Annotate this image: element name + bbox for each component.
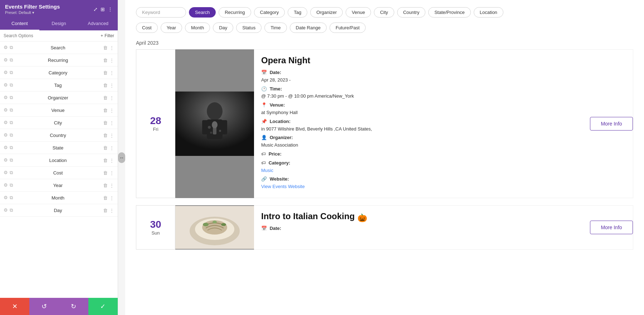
- more-info-button-2[interactable]: More Info: [590, 221, 633, 234]
- trash-icon[interactable]: 🗑: [103, 108, 108, 113]
- trash-icon[interactable]: 🗑: [103, 95, 108, 100]
- copy-icon[interactable]: ⧉: [10, 157, 13, 163]
- gear-icon[interactable]: ⚙: [4, 57, 8, 63]
- copy-icon[interactable]: ⧉: [10, 57, 13, 63]
- copy-icon[interactable]: ⧉: [10, 82, 13, 88]
- trash-icon[interactable]: 🗑: [103, 208, 108, 213]
- sidebar-item-label: Month: [15, 195, 101, 201]
- search-options-input[interactable]: [4, 33, 98, 38]
- month-pill[interactable]: Month: [185, 23, 210, 33]
- copy-icon[interactable]: ⧉: [10, 195, 13, 201]
- trash-icon[interactable]: 🗑: [103, 83, 108, 88]
- keyword-input-pill[interactable]: Keyword: [136, 7, 186, 18]
- more-info-button-1[interactable]: More Info: [590, 117, 633, 131]
- more-icon[interactable]: ⋮: [109, 183, 114, 188]
- venue-pill[interactable]: Venue: [346, 7, 371, 18]
- copy-icon[interactable]: ⧉: [10, 132, 13, 138]
- gear-icon[interactable]: ⚙: [4, 182, 8, 188]
- gear-icon[interactable]: ⚙: [4, 207, 8, 213]
- trash-icon[interactable]: 🗑: [103, 58, 108, 63]
- trash-icon[interactable]: 🗑: [103, 145, 108, 151]
- tab-content[interactable]: Content: [0, 17, 39, 30]
- category-pill[interactable]: Category: [254, 7, 285, 18]
- expand-icon[interactable]: ⤢: [93, 6, 98, 12]
- more-icon[interactable]: ⋮: [109, 108, 114, 113]
- more-icon[interactable]: ⋮: [109, 58, 114, 63]
- state-province-pill[interactable]: State/Province: [428, 7, 471, 18]
- panel-preset[interactable]: Preset: Default ▾: [5, 10, 60, 15]
- time-pill[interactable]: Time: [264, 23, 287, 33]
- more-options-icon[interactable]: ⋮: [108, 6, 113, 12]
- more-icon[interactable]: ⋮: [109, 158, 114, 163]
- cost-pill[interactable]: Cost: [136, 23, 158, 33]
- future-past-pill[interactable]: Future/Past: [330, 23, 366, 33]
- trash-icon[interactable]: 🗑: [103, 158, 108, 163]
- filter-button[interactable]: + Filter: [101, 33, 114, 38]
- layout-icon[interactable]: ⊞: [101, 6, 105, 12]
- gear-icon[interactable]: ⚙: [4, 45, 8, 50]
- gear-icon[interactable]: ⚙: [4, 70, 8, 75]
- more-icon[interactable]: ⋮: [109, 208, 114, 213]
- tag-pill[interactable]: Tag: [288, 7, 307, 18]
- sidebar-item: ⚙ ⧉ Cost 🗑 ⋮: [0, 167, 118, 179]
- more-icon[interactable]: ⋮: [109, 195, 114, 201]
- copy-icon[interactable]: ⧉: [10, 45, 13, 50]
- trash-icon[interactable]: 🗑: [103, 70, 108, 75]
- more-icon[interactable]: ⋮: [109, 145, 114, 151]
- cancel-button[interactable]: ✕: [0, 298, 29, 315]
- trash-icon[interactable]: 🗑: [103, 170, 108, 176]
- copy-icon[interactable]: ⧉: [10, 145, 13, 151]
- copy-icon[interactable]: ⧉: [10, 70, 13, 75]
- copy-icon[interactable]: ⧉: [10, 170, 13, 176]
- search-pill[interactable]: Search: [189, 7, 216, 18]
- calendar-icon-2: 📅: [261, 226, 267, 231]
- gear-icon[interactable]: ⚙: [4, 157, 8, 163]
- gear-icon[interactable]: ⚙: [4, 132, 8, 138]
- reset-right-button[interactable]: ↻: [59, 298, 88, 315]
- trash-icon[interactable]: 🗑: [103, 195, 108, 201]
- more-icon[interactable]: ⋮: [109, 133, 114, 138]
- gear-icon[interactable]: ⚙: [4, 95, 8, 100]
- year-pill[interactable]: Year: [161, 23, 182, 33]
- gear-icon[interactable]: ⚙: [4, 195, 8, 201]
- gear-icon[interactable]: ⚙: [4, 82, 8, 88]
- event-time-meta: 🕐 Time: @ 7:30 pm - @ 10:00 pm America/N…: [261, 85, 583, 100]
- copy-icon[interactable]: ⧉: [10, 95, 13, 100]
- city-pill[interactable]: City: [374, 7, 394, 18]
- gear-icon[interactable]: ⚙: [4, 145, 8, 151]
- price-icon: 🏷: [261, 151, 266, 157]
- gear-icon[interactable]: ⚙: [4, 107, 8, 113]
- gear-icon[interactable]: ⚙: [4, 170, 8, 176]
- location-pill[interactable]: Location: [474, 7, 503, 18]
- sidebar-item: ⚙ ⧉ State 🗑 ⋮: [0, 142, 118, 154]
- website-link[interactable]: View Events Website: [261, 184, 305, 189]
- copy-icon[interactable]: ⧉: [10, 107, 13, 113]
- trash-icon[interactable]: 🗑: [103, 183, 108, 188]
- resize-handle[interactable]: ↔: [118, 0, 125, 315]
- copy-icon[interactable]: ⧉: [10, 120, 13, 125]
- more-icon[interactable]: ⋮: [109, 170, 114, 176]
- trash-icon[interactable]: 🗑: [103, 45, 108, 50]
- panel-title: Events Filter Settings: [5, 4, 60, 10]
- gear-icon[interactable]: ⚙: [4, 120, 8, 125]
- recurring-pill[interactable]: Recurring: [219, 7, 251, 18]
- organizer-pill[interactable]: Organizer: [310, 7, 343, 18]
- tab-advanced[interactable]: Advanced: [78, 17, 118, 30]
- country-pill[interactable]: Country: [397, 7, 426, 18]
- copy-icon[interactable]: ⧉: [10, 182, 13, 188]
- confirm-button[interactable]: ✓: [88, 298, 118, 315]
- more-icon[interactable]: ⋮: [109, 45, 114, 50]
- reset-left-button[interactable]: ↺: [29, 298, 59, 315]
- day-pill[interactable]: Day: [213, 23, 233, 33]
- more-icon[interactable]: ⋮: [109, 83, 114, 88]
- status-pill[interactable]: Status: [236, 23, 262, 33]
- copy-icon[interactable]: ⧉: [10, 207, 13, 213]
- tab-design[interactable]: Design: [39, 17, 79, 30]
- trash-icon[interactable]: 🗑: [103, 133, 108, 138]
- category-link[interactable]: Music: [261, 168, 273, 173]
- more-icon[interactable]: ⋮: [109, 95, 114, 100]
- more-icon[interactable]: ⋮: [109, 120, 114, 125]
- more-icon[interactable]: ⋮: [109, 70, 114, 75]
- trash-icon[interactable]: 🗑: [103, 120, 108, 125]
- date-range-pill[interactable]: Date Range: [290, 23, 327, 33]
